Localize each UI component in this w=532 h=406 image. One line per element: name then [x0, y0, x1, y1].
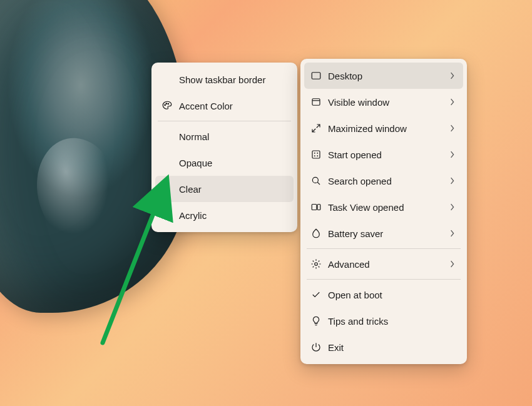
svg-rect-6 — [312, 151, 320, 158]
menu-separator — [307, 279, 461, 280]
menu-item-label: Accent Color — [175, 101, 287, 111]
menu-item-label: Acrylic — [175, 210, 287, 221]
check-icon — [308, 289, 324, 300]
palette-icon — [159, 100, 175, 111]
chevron-right-icon — [448, 98, 457, 106]
desktop-icon — [308, 70, 324, 81]
chevron-right-icon — [448, 260, 457, 268]
menu-item-label: Normal — [175, 131, 287, 142]
menu-separator — [307, 248, 461, 249]
menu-item-advanced[interactable]: Advanced — [304, 251, 463, 277]
menu-item-label: Maximized window — [324, 123, 448, 134]
bullet-selected-icon — [159, 184, 175, 194]
menu-item-task-view-opened[interactable]: Task View opened — [304, 194, 463, 220]
menu-item-label: Open at boot — [324, 290, 457, 300]
menu-item-visible-window[interactable]: Visible window — [304, 89, 463, 115]
chevron-right-icon — [448, 71, 457, 80]
menu-item-label: Opaque — [175, 158, 287, 168]
menu-item-normal[interactable]: Normal — [155, 123, 294, 150]
menu-item-opaque[interactable]: Opaque — [155, 150, 294, 176]
menu-item-exit[interactable]: Exit — [304, 334, 463, 360]
submenu-transparency: Show taskbar border Accent Color Normal … — [151, 63, 297, 232]
task-view-icon — [308, 201, 324, 213]
svg-point-1 — [166, 103, 167, 104]
chevron-right-icon — [448, 229, 457, 238]
leaf-icon — [308, 228, 324, 239]
menu-item-label: Clear — [175, 184, 287, 195]
svg-point-9 — [314, 156, 315, 156]
menu-item-label: Tips and tricks — [324, 316, 457, 327]
menu-item-label: Task View opened — [324, 202, 448, 213]
svg-rect-14 — [317, 205, 320, 210]
menu-item-label: Exit — [324, 342, 457, 353]
chevron-right-icon — [448, 203, 457, 211]
lightbulb-icon — [308, 315, 324, 327]
svg-point-11 — [312, 177, 318, 183]
menu-separator — [158, 121, 291, 121]
menu-item-open-at-boot[interactable]: Open at boot — [304, 282, 463, 308]
menu-item-label: Show taskbar border — [175, 74, 287, 85]
menu-item-label: Advanced — [324, 259, 448, 270]
menu-item-label: Battery saver — [324, 228, 448, 239]
context-menu-main: Desktop Visible window Maximized window … — [300, 59, 467, 364]
svg-rect-13 — [312, 205, 317, 210]
gear-icon — [308, 258, 324, 270]
menu-item-show-taskbar-border[interactable]: Show taskbar border — [155, 66, 294, 93]
svg-rect-4 — [312, 99, 320, 106]
menu-item-clear[interactable]: Clear — [155, 176, 294, 202]
chevron-right-icon — [448, 124, 457, 133]
menu-item-tips-and-tricks[interactable]: Tips and tricks — [304, 308, 463, 334]
maximize-icon — [308, 123, 324, 134]
menu-item-label: Desktop — [324, 71, 448, 81]
svg-point-2 — [168, 103, 169, 104]
svg-point-7 — [314, 153, 315, 153]
svg-point-8 — [317, 153, 318, 153]
chevron-right-icon — [448, 176, 457, 185]
menu-item-start-opened[interactable]: Start opened — [304, 141, 463, 168]
svg-rect-3 — [312, 73, 320, 79]
menu-item-maximized-window[interactable]: Maximized window — [304, 115, 463, 141]
chevron-right-icon — [448, 150, 457, 159]
svg-point-15 — [315, 263, 318, 266]
menu-item-label: Visible window — [324, 97, 448, 108]
power-icon — [308, 342, 324, 353]
svg-point-0 — [165, 104, 166, 106]
menu-item-acrylic[interactable]: Acrylic — [155, 202, 294, 228]
svg-line-12 — [317, 182, 320, 185]
grid-icon — [308, 149, 324, 160]
menu-item-label: Start opened — [324, 150, 448, 160]
menu-item-label: Search opened — [324, 176, 448, 186]
menu-item-battery-saver[interactable]: Battery saver — [304, 220, 463, 246]
search-icon — [308, 175, 324, 186]
menu-item-desktop[interactable]: Desktop — [304, 63, 463, 89]
menu-item-accent-color[interactable]: Accent Color — [155, 93, 294, 119]
menu-item-search-opened[interactable]: Search opened — [304, 168, 463, 194]
window-icon — [308, 96, 324, 108]
svg-point-10 — [317, 156, 318, 156]
